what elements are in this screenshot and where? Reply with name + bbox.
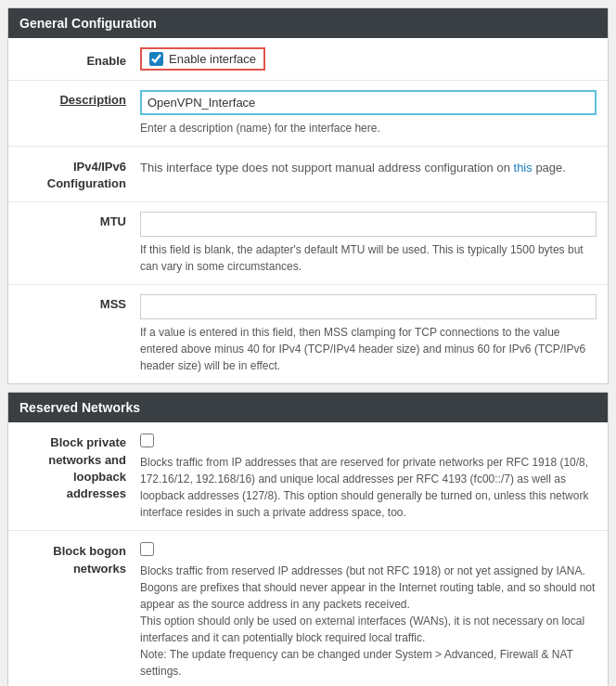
mss-help: If a value is entered in this field, the… [140,324,597,374]
mtu-content: If this field is blank, the adapter's de… [140,212,597,275]
reserved-networks-header: Reserved Networks [8,393,608,422]
reserved-networks-panel: Reserved Networks Block private networks… [7,392,609,686]
block-private-help: Blocks traffic from IP addresses that ar… [140,454,597,521]
block-private-checkbox[interactable] [140,434,154,447]
mtu-input[interactable] [140,212,597,237]
mss-content: If a value is entered in this field, the… [140,294,597,374]
block-bogon-label: Block bogon networks [19,540,140,576]
description-label: Description [19,90,140,107]
mtu-help: If this field is blank, the adapter's de… [140,241,597,275]
description-help: Enter a description (name) for the inter… [140,120,597,136]
enable-checkbox-wrapper: Enable interface [140,47,265,71]
block-bogon-content: Blocks traffic from reserved IP addresse… [140,540,597,680]
block-private-row: Block private networks and loopback addr… [8,422,608,531]
block-bogon-help: Blocks traffic from reserved IP addresse… [140,563,597,680]
enable-label: Enable [19,51,140,68]
description-row: Description Enter a description (name) f… [8,81,608,147]
mss-row: MSS If a value is entered in this field,… [8,285,608,383]
block-bogon-row: Block bogon networks Blocks traffic from… [8,531,608,686]
mss-input[interactable] [140,294,597,319]
block-bogon-checkbox[interactable] [140,542,154,556]
description-input[interactable] [142,92,595,113]
ipv4-row: IPv4/IPv6 Configuration This interface t… [8,147,608,202]
enable-content: Enable interface [140,47,597,71]
enable-row: Enable Enable interface [8,38,608,81]
enable-checkbox[interactable] [149,52,163,66]
block-private-content: Blocks traffic from IP addresses that ar… [140,432,597,521]
description-content: Enter a description (name) for the inter… [140,90,597,136]
mss-label: MSS [19,294,140,311]
ipv4-content: This interface type does not support man… [140,156,597,177]
mtu-label: MTU [19,212,140,228]
description-input-wrapper [140,90,597,115]
ipv4-text: This interface type does not support man… [140,156,597,177]
general-config-panel: General Configuration Enable Enable inte… [7,7,609,384]
mtu-row: MTU If this field is blank, the adapter'… [8,202,608,285]
enable-checkbox-label: Enable interface [169,52,256,66]
block-private-label: Block private networks and loopback addr… [19,432,140,502]
general-config-header: General Configuration [8,8,608,38]
ipv4-label: IPv4/IPv6 Configuration [19,156,140,192]
